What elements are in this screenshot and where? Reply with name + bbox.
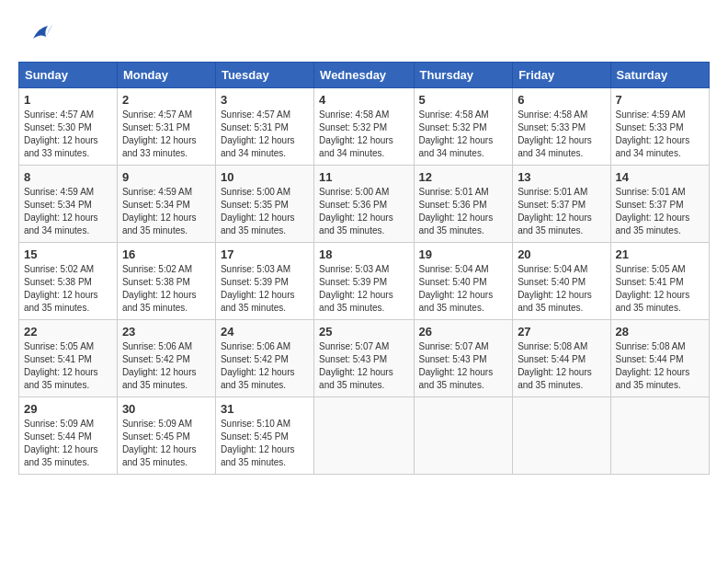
calendar-cell: 24 Sunrise: 5:06 AMSunset: 5:42 PMDaylig… (215, 320, 313, 397)
weekday-header-thursday: Thursday (414, 63, 513, 88)
page-header (18, 18, 710, 52)
day-info: Sunrise: 4:57 AMSunset: 5:31 PMDaylight:… (221, 109, 295, 158)
calendar-cell: 5 Sunrise: 4:58 AMSunset: 5:32 PMDayligh… (414, 88, 513, 166)
weekday-header-sunday: Sunday (19, 63, 118, 88)
day-info: Sunrise: 5:07 AMSunset: 5:43 PMDaylight:… (419, 341, 494, 390)
day-number: 8 (24, 170, 112, 184)
weekday-header-saturday: Saturday (610, 63, 709, 88)
calendar-cell: 23 Sunrise: 5:06 AMSunset: 5:42 PMDaylig… (117, 320, 215, 397)
day-number: 2 (122, 93, 210, 107)
day-number: 18 (319, 247, 408, 261)
day-info: Sunrise: 5:10 AMSunset: 5:45 PMDaylight:… (221, 419, 295, 467)
day-number: 7 (616, 93, 704, 107)
weekday-header-friday: Friday (513, 63, 610, 88)
calendar-cell: 20 Sunrise: 5:04 AMSunset: 5:40 PMDaylig… (513, 243, 610, 320)
day-number: 30 (122, 402, 210, 416)
calendar-cell (513, 397, 610, 475)
logo-bird-icon (26, 18, 55, 52)
day-info: Sunrise: 4:58 AMSunset: 5:32 PMDaylight:… (319, 109, 393, 158)
calendar-cell: 8 Sunrise: 4:59 AMSunset: 5:34 PMDayligh… (19, 166, 118, 243)
day-info: Sunrise: 5:02 AMSunset: 5:38 PMDaylight:… (24, 264, 98, 313)
day-info: Sunrise: 4:57 AMSunset: 5:30 PMDaylight:… (24, 109, 98, 158)
calendar-cell: 27 Sunrise: 5:08 AMSunset: 5:44 PMDaylig… (513, 320, 610, 397)
calendar-cell (414, 397, 513, 475)
calendar-cell: 6 Sunrise: 4:58 AMSunset: 5:33 PMDayligh… (513, 88, 610, 166)
day-info: Sunrise: 5:01 AMSunset: 5:37 PMDaylight:… (616, 187, 690, 236)
logo (18, 18, 55, 52)
day-number: 25 (319, 325, 408, 339)
day-number: 17 (221, 247, 309, 261)
weekday-header-monday: Monday (117, 63, 215, 88)
day-number: 23 (122, 325, 210, 339)
calendar-cell: 11 Sunrise: 5:00 AMSunset: 5:36 PMDaylig… (314, 166, 414, 243)
day-number: 19 (419, 247, 508, 261)
day-number: 22 (24, 325, 112, 339)
day-info: Sunrise: 5:09 AMSunset: 5:45 PMDaylight:… (122, 419, 197, 467)
day-info: Sunrise: 5:06 AMSunset: 5:42 PMDaylight:… (221, 341, 295, 390)
day-number: 31 (221, 402, 309, 416)
day-number: 12 (419, 170, 508, 184)
calendar-week-3: 15 Sunrise: 5:02 AMSunset: 5:38 PMDaylig… (19, 243, 710, 320)
day-number: 1 (24, 93, 112, 107)
weekday-header-tuesday: Tuesday (215, 63, 313, 88)
day-info: Sunrise: 5:08 AMSunset: 5:44 PMDaylight:… (616, 341, 690, 390)
day-number: 13 (518, 170, 605, 184)
calendar-cell (610, 397, 709, 475)
calendar-cell: 4 Sunrise: 4:58 AMSunset: 5:32 PMDayligh… (314, 88, 414, 166)
calendar-cell: 2 Sunrise: 4:57 AMSunset: 5:31 PMDayligh… (117, 88, 215, 166)
day-number: 3 (221, 93, 309, 107)
calendar-cell: 13 Sunrise: 5:01 AMSunset: 5:37 PMDaylig… (513, 166, 610, 243)
calendar-cell: 18 Sunrise: 5:03 AMSunset: 5:39 PMDaylig… (314, 243, 414, 320)
day-number: 5 (419, 93, 508, 107)
day-info: Sunrise: 5:00 AMSunset: 5:36 PMDaylight:… (319, 187, 393, 236)
calendar-cell: 14 Sunrise: 5:01 AMSunset: 5:37 PMDaylig… (610, 166, 709, 243)
day-number: 24 (221, 325, 309, 339)
day-number: 9 (122, 170, 210, 184)
day-number: 11 (319, 170, 408, 184)
day-number: 27 (518, 325, 605, 339)
calendar-week-5: 29 Sunrise: 5:09 AMSunset: 5:44 PMDaylig… (19, 397, 710, 475)
day-info: Sunrise: 4:59 AMSunset: 5:34 PMDaylight:… (24, 187, 98, 236)
calendar-cell: 16 Sunrise: 5:02 AMSunset: 5:38 PMDaylig… (117, 243, 215, 320)
day-info: Sunrise: 5:01 AMSunset: 5:37 PMDaylight:… (518, 187, 592, 236)
day-info: Sunrise: 5:08 AMSunset: 5:44 PMDaylight:… (518, 341, 592, 390)
calendar-cell: 21 Sunrise: 5:05 AMSunset: 5:41 PMDaylig… (610, 243, 709, 320)
calendar-cell: 28 Sunrise: 5:08 AMSunset: 5:44 PMDaylig… (610, 320, 709, 397)
calendar-cell: 7 Sunrise: 4:59 AMSunset: 5:33 PMDayligh… (610, 88, 709, 166)
day-info: Sunrise: 4:58 AMSunset: 5:32 PMDaylight:… (419, 109, 494, 158)
calendar-table: SundayMondayTuesdayWednesdayThursdayFrid… (18, 62, 710, 475)
day-number: 26 (419, 325, 508, 339)
day-info: Sunrise: 4:58 AMSunset: 5:33 PMDaylight:… (518, 109, 592, 158)
day-number: 21 (616, 247, 704, 261)
day-number: 16 (122, 247, 210, 261)
day-info: Sunrise: 5:07 AMSunset: 5:43 PMDaylight:… (319, 341, 393, 390)
day-info: Sunrise: 5:03 AMSunset: 5:39 PMDaylight:… (319, 264, 393, 313)
day-info: Sunrise: 5:06 AMSunset: 5:42 PMDaylight:… (122, 341, 197, 390)
calendar-week-1: 1 Sunrise: 4:57 AMSunset: 5:30 PMDayligh… (19, 88, 710, 166)
day-info: Sunrise: 4:57 AMSunset: 5:31 PMDaylight:… (122, 109, 197, 158)
calendar-cell: 30 Sunrise: 5:09 AMSunset: 5:45 PMDaylig… (117, 397, 215, 475)
day-number: 6 (518, 93, 605, 107)
calendar-cell: 19 Sunrise: 5:04 AMSunset: 5:40 PMDaylig… (414, 243, 513, 320)
calendar-cell: 15 Sunrise: 5:02 AMSunset: 5:38 PMDaylig… (19, 243, 118, 320)
calendar-cell (314, 397, 414, 475)
calendar-cell: 10 Sunrise: 5:00 AMSunset: 5:35 PMDaylig… (215, 166, 313, 243)
day-number: 28 (616, 325, 704, 339)
weekday-header-wednesday: Wednesday (314, 63, 414, 88)
day-number: 29 (24, 402, 112, 416)
calendar-cell: 31 Sunrise: 5:10 AMSunset: 5:45 PMDaylig… (215, 397, 313, 475)
calendar-cell: 17 Sunrise: 5:03 AMSunset: 5:39 PMDaylig… (215, 243, 313, 320)
day-info: Sunrise: 5:04 AMSunset: 5:40 PMDaylight:… (518, 264, 592, 313)
day-info: Sunrise: 5:03 AMSunset: 5:39 PMDaylight:… (221, 264, 295, 313)
day-number: 14 (616, 170, 704, 184)
calendar-cell: 9 Sunrise: 4:59 AMSunset: 5:34 PMDayligh… (117, 166, 215, 243)
day-info: Sunrise: 4:59 AMSunset: 5:33 PMDaylight:… (616, 109, 690, 158)
calendar-cell: 22 Sunrise: 5:05 AMSunset: 5:41 PMDaylig… (19, 320, 118, 397)
calendar-cell: 25 Sunrise: 5:07 AMSunset: 5:43 PMDaylig… (314, 320, 414, 397)
day-info: Sunrise: 5:05 AMSunset: 5:41 PMDaylight:… (24, 341, 98, 390)
day-number: 15 (24, 247, 112, 261)
calendar-cell: 3 Sunrise: 4:57 AMSunset: 5:31 PMDayligh… (215, 88, 313, 166)
day-number: 4 (319, 93, 408, 107)
calendar-cell: 29 Sunrise: 5:09 AMSunset: 5:44 PMDaylig… (19, 397, 118, 475)
day-info: Sunrise: 5:02 AMSunset: 5:38 PMDaylight:… (122, 264, 197, 313)
